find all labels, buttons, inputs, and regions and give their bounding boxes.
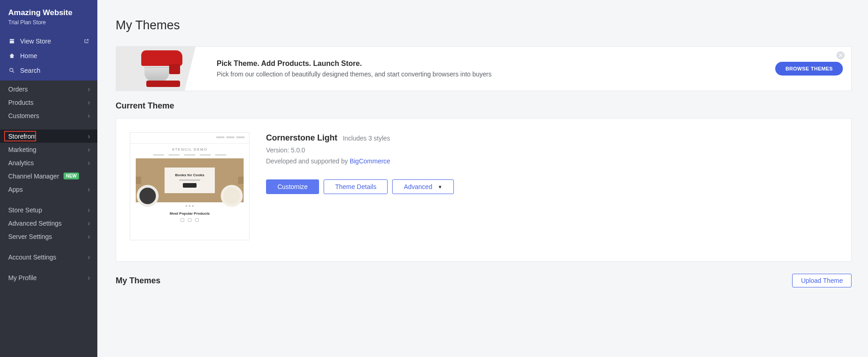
nav-server-settings[interactable]: Server Settings› xyxy=(0,230,97,243)
chevron-right-icon: › xyxy=(88,233,90,241)
section-my-themes: My Themes xyxy=(116,276,160,286)
current-theme-card: STENCIL DEMO Books for Cooks Most Popula… xyxy=(116,118,852,262)
theme-version: Version: 5.0.0 xyxy=(266,146,454,154)
mixer-illustration xyxy=(139,50,185,87)
theme-name: Cornerstone Light xyxy=(266,133,337,143)
nav-label: Apps xyxy=(8,186,23,193)
nav-label: Account Settings xyxy=(8,254,56,261)
nav-label: Marketing xyxy=(8,146,36,153)
nav-section-main: Orders› Products› Customers› Storefront›… xyxy=(0,81,97,284)
svg-point-0 xyxy=(10,68,13,71)
nav-label: Analytics xyxy=(8,159,34,167)
home-icon xyxy=(8,52,16,60)
browse-themes-button[interactable]: BROWSE THEMES xyxy=(775,62,843,76)
nav-advanced-settings[interactable]: Advanced Settings› xyxy=(0,216,97,230)
store-plan: Trial Plan Store xyxy=(8,19,90,26)
advanced-button[interactable]: Advanced ▼ xyxy=(392,179,453,194)
view-store-label: View Store xyxy=(20,38,51,45)
chevron-right-icon: › xyxy=(88,253,90,261)
developer-link[interactable]: BigCommerce xyxy=(350,157,390,165)
chevron-right-icon: › xyxy=(88,146,90,154)
preview-brand: STENCIL DEMO xyxy=(130,144,249,154)
nav-label: My Profile xyxy=(8,274,37,281)
advanced-label: Advanced xyxy=(404,183,432,190)
caret-down-icon: ▼ xyxy=(438,184,442,189)
theme-details-button[interactable]: Theme Details xyxy=(324,179,388,194)
promo-title: Pick Theme. Add Products. Launch Store. xyxy=(217,60,766,68)
theme-info: Cornerstone Light Includes 3 styles Vers… xyxy=(266,132,454,240)
nav-label: Store Setup xyxy=(8,206,42,214)
nav-storefront[interactable]: Storefront› xyxy=(0,130,97,143)
nav-label: Storefront xyxy=(8,133,36,140)
chevron-right-icon: › xyxy=(88,185,90,194)
view-store-link[interactable]: View Store xyxy=(0,34,97,49)
sidebar-topnav: View Store Home Search xyxy=(0,32,97,81)
main-content: My Themes Pick Theme. Add Products. Laun… xyxy=(97,0,868,357)
theme-styles: Includes 3 styles xyxy=(343,135,390,142)
nav-channel-manager[interactable]: Channel Manager NEW xyxy=(0,169,97,183)
section-current-theme: Current Theme xyxy=(116,101,852,111)
nav-analytics[interactable]: Analytics› xyxy=(0,156,97,169)
close-icon[interactable] xyxy=(836,51,845,60)
chevron-right-icon: › xyxy=(88,219,90,227)
nav-label: Channel Manager xyxy=(8,173,59,180)
preview-section-title: Most Popular Products xyxy=(130,211,249,216)
chevron-right-icon: › xyxy=(88,132,90,141)
nav-label: Products xyxy=(8,99,33,106)
search-link[interactable]: Search xyxy=(0,63,97,78)
preview-hero-title: Books for Cooks xyxy=(175,173,204,177)
chevron-right-icon: › xyxy=(88,98,90,107)
theme-preview[interactable]: STENCIL DEMO Books for Cooks Most Popula… xyxy=(130,132,250,240)
sidebar-header: Amazing Website Trial Plan Store xyxy=(0,0,97,32)
page-title: My Themes xyxy=(116,18,852,32)
nav-label: Customers xyxy=(8,112,39,119)
store-name: Amazing Website xyxy=(8,8,90,17)
nav-products[interactable]: Products› xyxy=(0,96,97,109)
theme-developer: Developed and supported by BigCommerce xyxy=(266,157,454,165)
nav-label: Advanced Settings xyxy=(8,220,62,227)
sidebar: Amazing Website Trial Plan Store View St… xyxy=(0,0,97,357)
nav-marketing[interactable]: Marketing› xyxy=(0,143,97,156)
nav-account-settings[interactable]: Account Settings› xyxy=(0,250,97,264)
nav-orders[interactable]: Orders› xyxy=(0,82,97,96)
chevron-right-icon: › xyxy=(88,85,90,93)
promo-banner: Pick Theme. Add Products. Launch Store. … xyxy=(116,46,852,91)
promo-body: Pick Theme. Add Products. Launch Store. … xyxy=(208,54,775,83)
promo-image xyxy=(116,47,208,91)
search-label: Search xyxy=(20,67,40,74)
chevron-right-icon: › xyxy=(88,274,90,282)
nav-my-profile[interactable]: My Profile› xyxy=(0,271,97,284)
upload-theme-button[interactable]: Upload Theme xyxy=(792,274,852,287)
nav-label: Orders xyxy=(8,86,28,93)
new-badge: NEW xyxy=(64,173,79,179)
search-icon xyxy=(8,67,16,74)
nav-store-setup[interactable]: Store Setup› xyxy=(0,203,97,216)
nav-apps[interactable]: Apps› xyxy=(0,183,97,196)
nav-customers[interactable]: Customers› xyxy=(0,109,97,122)
nav-label: Server Settings xyxy=(8,233,52,240)
chevron-right-icon: › xyxy=(88,206,90,214)
promo-text: Pick from our collection of beautifully … xyxy=(217,70,766,78)
home-link[interactable]: Home xyxy=(0,49,97,63)
chevron-right-icon: › xyxy=(88,159,90,167)
store-icon xyxy=(8,38,16,45)
customize-button[interactable]: Customize xyxy=(266,179,319,194)
chevron-right-icon: › xyxy=(88,112,90,120)
external-link-icon xyxy=(84,38,89,44)
home-label: Home xyxy=(20,52,37,60)
